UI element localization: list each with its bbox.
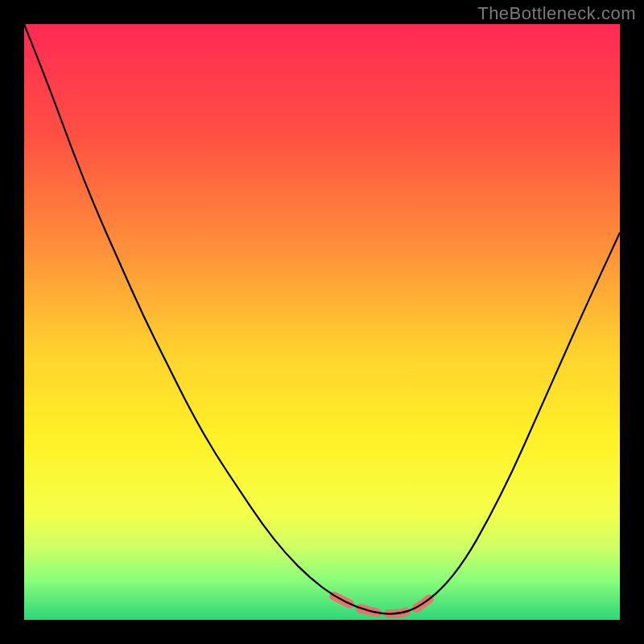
plot-area [24,24,620,620]
gradient-background [24,24,620,620]
chart-svg [24,24,620,620]
watermark-text: TheBottleneck.com [477,3,636,24]
chart-stage: TheBottleneck.com [0,0,644,644]
